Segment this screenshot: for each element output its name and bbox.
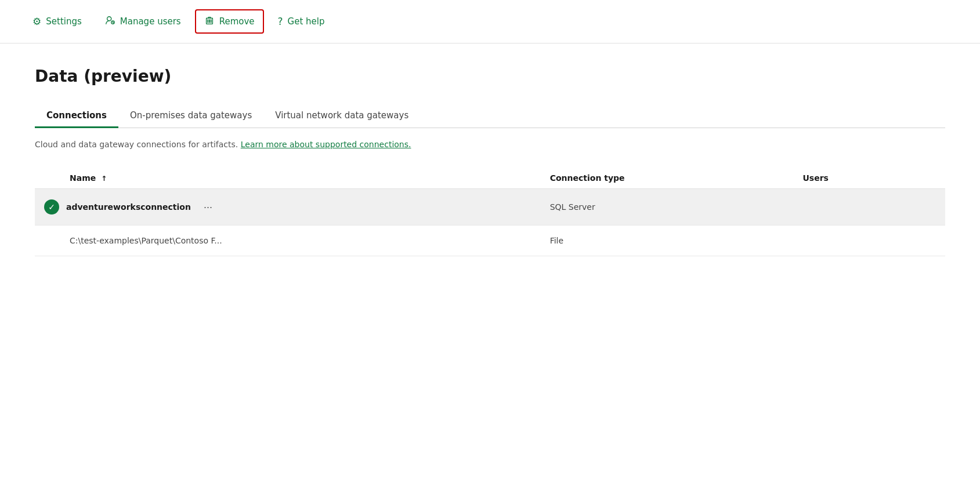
connections-table: Name ↑ Connection type Users ✓ adventure… bbox=[35, 168, 945, 256]
remove-label: Remove bbox=[219, 16, 255, 27]
description: Cloud and data gateway connections for a… bbox=[35, 140, 945, 149]
row-menu-button[interactable]: ··· bbox=[200, 200, 216, 215]
connection-name: C:\test-examples\Parquet\Contoso F... bbox=[70, 236, 222, 245]
page-title: Data (preview) bbox=[35, 67, 945, 86]
col-header-users[interactable]: Users bbox=[793, 168, 945, 189]
get-help-label: Get help bbox=[288, 16, 325, 27]
manage-users-icon bbox=[105, 15, 115, 28]
table-cell-users bbox=[793, 189, 945, 226]
table-header-row: Name ↑ Connection type Users bbox=[35, 168, 945, 189]
svg-rect-4 bbox=[210, 19, 211, 23]
get-help-icon: ? bbox=[278, 16, 283, 27]
connection-name: adventureworksconnection bbox=[66, 202, 191, 212]
manage-users-button[interactable]: Manage users bbox=[96, 9, 190, 34]
col-header-name[interactable]: Name ↑ bbox=[35, 168, 541, 189]
manage-users-label: Manage users bbox=[120, 16, 181, 27]
table-cell-name: ✓ adventureworksconnection ··· bbox=[35, 189, 541, 226]
col-header-connection-type[interactable]: Connection type bbox=[541, 168, 794, 189]
svg-rect-2 bbox=[207, 19, 208, 23]
description-text: Cloud and data gateway connections for a… bbox=[35, 140, 241, 149]
svg-rect-3 bbox=[209, 19, 210, 23]
remove-icon bbox=[204, 15, 215, 28]
sort-arrow-icon: ↑ bbox=[101, 175, 107, 183]
svg-point-0 bbox=[107, 17, 111, 21]
toolbar: ⚙ Settings Manage users Remove ? bbox=[0, 0, 980, 43]
check-icon: ✓ bbox=[44, 199, 59, 215]
table-cell-users bbox=[793, 226, 945, 256]
table-cell-connection-type: SQL Server bbox=[541, 189, 794, 226]
settings-button[interactable]: ⚙ Settings bbox=[23, 10, 91, 33]
tab-on-premises[interactable]: On-premises data gateways bbox=[118, 104, 263, 128]
name-cell: ✓ adventureworksconnection ··· bbox=[44, 199, 531, 215]
remove-button[interactable]: Remove bbox=[195, 9, 264, 34]
table-cell-name: C:\test-examples\Parquet\Contoso F... bbox=[35, 226, 541, 256]
tab-connections[interactable]: Connections bbox=[35, 104, 118, 128]
tabs-container: Connections On-premises data gateways Vi… bbox=[35, 104, 945, 128]
settings-label: Settings bbox=[46, 16, 82, 27]
main-content: Data (preview) Connections On-premises d… bbox=[0, 43, 980, 279]
learn-more-link[interactable]: Learn more about supported connections. bbox=[241, 140, 411, 149]
get-help-button[interactable]: ? Get help bbox=[269, 10, 334, 33]
table-row: ✓ adventureworksconnection ··· SQL Serve… bbox=[35, 189, 945, 226]
table-cell-connection-type: File bbox=[541, 226, 794, 256]
table-row: C:\test-examples\Parquet\Contoso F... Fi… bbox=[35, 226, 945, 256]
tab-virtual-network[interactable]: Virtual network data gateways bbox=[263, 104, 420, 128]
settings-icon: ⚙ bbox=[32, 16, 41, 27]
